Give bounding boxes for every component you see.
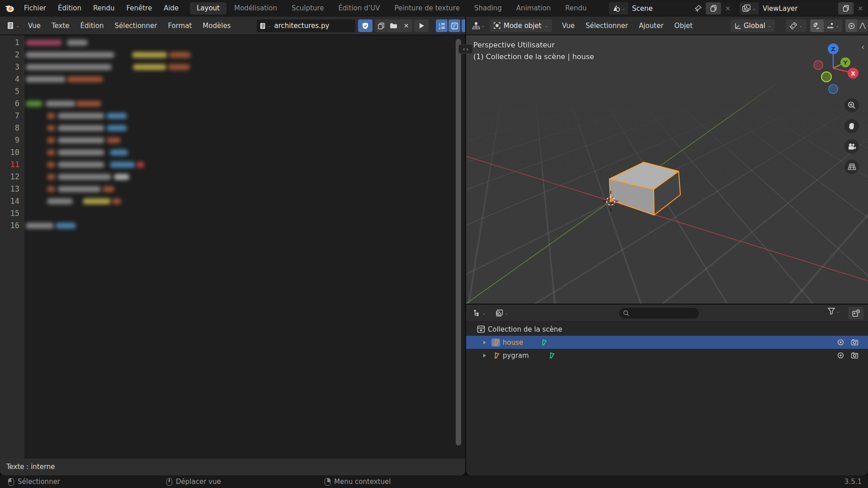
hide-viewport-toggle[interactable]	[837, 352, 844, 359]
navigation-gizmo[interactable]: Z Y X	[806, 39, 865, 98]
scene-selector[interactable]: ⌄ Scene ✕	[609, 2, 735, 14]
code-segment-blurred	[107, 113, 127, 119]
outliner-row-scene-collection[interactable]: Collection de la scène	[466, 323, 868, 336]
unlink-text-button[interactable]: ✕	[400, 19, 412, 32]
editor-type-button-3dview[interactable]: ⌄	[469, 19, 488, 32]
code-segment-blurred	[47, 186, 55, 192]
text-datablock-icon	[259, 23, 266, 29]
expand-caret-icon[interactable]	[483, 341, 486, 344]
text-datablock-field[interactable]: ⌄ architectures.py	[257, 19, 355, 32]
pivot-point-selector[interactable]: ⌄	[786, 19, 807, 32]
workspace-tab-5[interactable]: Peinture de texture	[388, 2, 467, 14]
filename[interactable]: architectures.py	[274, 22, 330, 30]
hide-viewport-toggle[interactable]	[837, 339, 844, 346]
chevron-right-icon: ›	[467, 46, 469, 52]
region-split-handle[interactable]: ‹›	[458, 44, 473, 54]
collection-name[interactable]: Collection de la scène	[488, 325, 562, 333]
pin-icon[interactable]	[694, 5, 702, 12]
code-segment-blurred	[46, 101, 75, 107]
editor-type-button-text[interactable]: ⌄	[4, 19, 23, 32]
syntax-highlight-toggle[interactable]	[462, 19, 465, 32]
line-numbers-toggle[interactable]: 1 2	[436, 19, 448, 32]
outliner-header: ⌄ ⌄ ⌄	[466, 305, 868, 322]
disable-render-toggle[interactable]	[851, 352, 859, 359]
run-script-button[interactable]	[414, 19, 429, 32]
texted-menu-format[interactable]: Format	[163, 17, 198, 35]
menu-aide[interactable]: Aide	[158, 0, 184, 17]
outliner-filter-button[interactable]: ⌄	[828, 308, 840, 314]
register-script-toggle[interactable]	[358, 19, 373, 32]
mode-selector[interactable]: Mode objet ⌄	[490, 19, 552, 32]
disable-render-toggle[interactable]	[851, 339, 859, 346]
workspace-tab-8[interactable]: Rendu	[558, 2, 594, 14]
menu-edition[interactable]: Édition	[52, 0, 87, 17]
pan-button[interactable]	[844, 119, 859, 133]
vp-menu-objet[interactable]: Objet	[669, 17, 698, 35]
chevron-left-icon: ‹	[463, 46, 465, 52]
viewlayer-copy-button[interactable]	[838, 2, 854, 14]
object-name[interactable]: pygram	[503, 352, 529, 360]
scene-name[interactable]: Scene	[628, 5, 694, 13]
workspace-tab-6[interactable]: Shading	[467, 2, 509, 14]
vp-menu-ajouter[interactable]: Ajouter	[633, 17, 669, 35]
scene-unlink-button[interactable]: ✕	[721, 2, 735, 14]
perspective-toggle-button[interactable]	[844, 160, 859, 174]
vp-menu-vue[interactable]: Vue	[557, 17, 580, 35]
code-segment-blurred	[26, 76, 66, 82]
hand-icon	[848, 122, 856, 130]
scene-browse-button[interactable]: ⌄	[609, 2, 628, 14]
mesh-object-house[interactable]	[609, 162, 680, 215]
menu-fichier[interactable]: Fichier	[18, 0, 52, 17]
outliner[interactable]: ⌄ ⌄ ⌄	[466, 305, 868, 475]
texted-menu-vue[interactable]: Vue	[23, 17, 46, 35]
workspace-tab-3[interactable]: Sculpture	[285, 2, 330, 14]
mesh-object-icon	[491, 338, 500, 347]
word-wrap-toggle[interactable]	[448, 19, 460, 32]
expand-caret-icon[interactable]	[483, 354, 486, 357]
workspace-tab-7[interactable]: Animation	[509, 2, 557, 14]
snap-toggle[interactable]	[810, 19, 824, 32]
outliner-row-house[interactable]: house	[466, 336, 868, 349]
texted-menu-edition[interactable]: Édition	[75, 17, 109, 35]
falloff-curve-button[interactable]	[857, 19, 868, 32]
snap-settings[interactable]: ⌄	[824, 19, 842, 32]
text-editor-area[interactable]: 12345678910111213141516 Texte : interne	[0, 35, 465, 475]
viewport-3d[interactable]: Perspective Utilisateur (1) Collection d…	[466, 35, 868, 304]
viewlayer-browse-button[interactable]: ⌄	[740, 2, 759, 14]
line-number: 9	[0, 134, 24, 146]
workspace-tab-4[interactable]: Édition d’UV	[331, 2, 387, 14]
mouse-right-icon	[325, 478, 330, 486]
texted-menu-selectionner[interactable]: Sélectionner	[109, 17, 162, 35]
zoom-button[interactable]	[844, 98, 859, 113]
outliner-filter-display[interactable]: ⌄	[492, 307, 511, 319]
code-segment-blurred	[56, 223, 76, 229]
menu-rendu[interactable]: Rendu	[87, 0, 121, 17]
viewlayer-remove-button[interactable]: ✕	[854, 2, 867, 14]
transform-orientation-selector[interactable]: Global ⌄	[731, 19, 775, 32]
camera-view-button[interactable]	[844, 139, 859, 154]
texted-scrollbar[interactable]	[456, 39, 461, 446]
viewlayer-name[interactable]: ViewLayer	[759, 5, 838, 13]
viewlayer-selector[interactable]: ⌄ ViewLayer ✕	[740, 2, 867, 14]
vp-menu-selectionner[interactable]: Sélectionner	[580, 17, 633, 35]
svg-text:1: 1	[439, 23, 440, 26]
outliner-row-pygram[interactable]: pygram	[466, 349, 868, 362]
new-collection-button[interactable]	[848, 307, 863, 319]
proportional-edit-toggle[interactable]	[845, 19, 857, 32]
new-text-button[interactable]	[375, 19, 387, 32]
workspace-tab-1[interactable]: Layout	[190, 2, 226, 14]
gizmo-y-neg-axis[interactable]	[821, 72, 831, 82]
open-folder-button[interactable]	[387, 19, 400, 32]
outliner-search-field[interactable]	[619, 308, 699, 319]
workspace-tab-2[interactable]: Modélisation	[227, 2, 284, 14]
menu-fenetre[interactable]: Fenêtre	[120, 0, 158, 17]
texted-menu-modeles[interactable]: Modèles	[197, 17, 236, 35]
scene-copy-button[interactable]	[706, 2, 721, 14]
blender-logo-icon[interactable]	[0, 3, 18, 14]
outliner-display-mode[interactable]: ⌄	[471, 307, 489, 319]
object-name[interactable]: house	[503, 338, 523, 347]
texted-menu-texte[interactable]: Texte	[46, 17, 75, 35]
mouse-middle-icon	[166, 478, 172, 486]
gizmo-x-neg-axis[interactable]	[814, 61, 823, 70]
gizmo-z-neg-axis[interactable]	[829, 84, 838, 94]
